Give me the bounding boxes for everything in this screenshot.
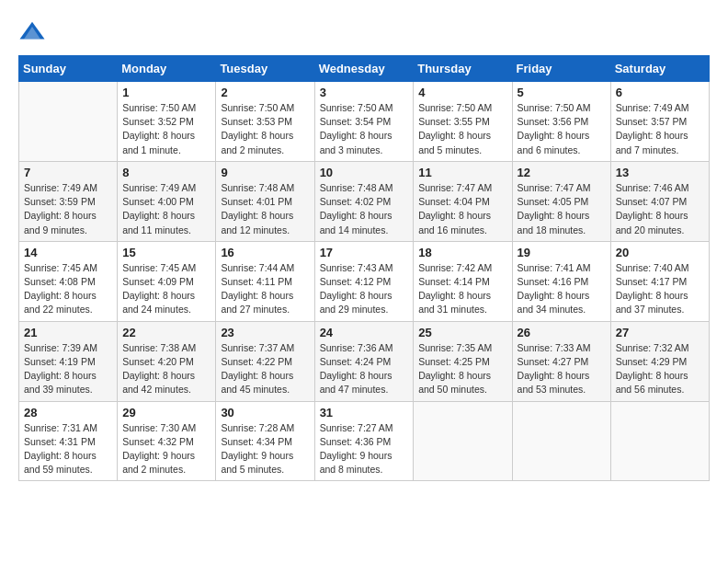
- day-number: 4: [418, 86, 506, 99]
- day-cell: [512, 401, 610, 481]
- day-number: 28: [24, 406, 112, 419]
- day-detail: Sunrise: 7:32 AM Sunset: 4:29 PM Dayligh…: [616, 341, 704, 397]
- day-detail: Sunrise: 7:36 AM Sunset: 4:24 PM Dayligh…: [320, 341, 409, 397]
- day-number: 3: [320, 86, 409, 99]
- day-detail: Sunrise: 7:41 AM Sunset: 4:16 PM Dayligh…: [518, 261, 606, 317]
- day-cell: 16Sunrise: 7:44 AM Sunset: 4:11 PM Dayli…: [216, 241, 314, 321]
- calendar-table: SundayMondayTuesdayWednesdayThursdayFrid…: [18, 55, 710, 481]
- day-cell: 24Sunrise: 7:36 AM Sunset: 4:24 PM Dayli…: [314, 321, 414, 401]
- day-cell: 12Sunrise: 7:47 AM Sunset: 4:05 PM Dayli…: [512, 161, 610, 241]
- day-detail: Sunrise: 7:30 AM Sunset: 4:32 PM Dayligh…: [122, 421, 210, 477]
- day-cell: 11Sunrise: 7:47 AM Sunset: 4:04 PM Dayli…: [414, 161, 512, 241]
- week-row-2: 14Sunrise: 7:45 AM Sunset: 4:08 PM Dayli…: [19, 241, 710, 321]
- week-row-3: 21Sunrise: 7:39 AM Sunset: 4:19 PM Dayli…: [19, 321, 710, 401]
- day-cell: 2Sunrise: 7:50 AM Sunset: 3:53 PM Daylig…: [216, 82, 314, 162]
- day-number: 26: [518, 326, 606, 339]
- day-detail: Sunrise: 7:37 AM Sunset: 4:22 PM Dayligh…: [221, 341, 309, 397]
- day-cell: 22Sunrise: 7:38 AM Sunset: 4:20 PM Dayli…: [118, 321, 216, 401]
- day-detail: Sunrise: 7:31 AM Sunset: 4:31 PM Dayligh…: [24, 421, 112, 477]
- day-number: 5: [518, 86, 606, 99]
- day-cell: 8Sunrise: 7:49 AM Sunset: 4:00 PM Daylig…: [118, 161, 216, 241]
- day-detail: Sunrise: 7:50 AM Sunset: 3:55 PM Dayligh…: [418, 101, 506, 157]
- day-cell: 17Sunrise: 7:43 AM Sunset: 4:12 PM Dayli…: [314, 241, 414, 321]
- day-detail: Sunrise: 7:50 AM Sunset: 3:53 PM Dayligh…: [221, 101, 309, 157]
- day-number: 13: [616, 166, 704, 179]
- day-detail: Sunrise: 7:42 AM Sunset: 4:14 PM Dayligh…: [418, 261, 506, 317]
- day-cell: 10Sunrise: 7:48 AM Sunset: 4:02 PM Dayli…: [314, 161, 414, 241]
- day-cell: 27Sunrise: 7:32 AM Sunset: 4:29 PM Dayli…: [610, 321, 709, 401]
- col-header-tuesday: Tuesday: [216, 56, 314, 82]
- day-number: 6: [616, 86, 704, 99]
- day-cell: 23Sunrise: 7:37 AM Sunset: 4:22 PM Dayli…: [216, 321, 314, 401]
- day-cell: 9Sunrise: 7:48 AM Sunset: 4:01 PM Daylig…: [216, 161, 314, 241]
- day-cell: 20Sunrise: 7:40 AM Sunset: 4:17 PM Dayli…: [610, 241, 709, 321]
- day-number: 11: [418, 166, 506, 179]
- col-header-thursday: Thursday: [414, 56, 512, 82]
- day-detail: Sunrise: 7:43 AM Sunset: 4:12 PM Dayligh…: [320, 261, 409, 317]
- week-row-4: 28Sunrise: 7:31 AM Sunset: 4:31 PM Dayli…: [19, 401, 710, 481]
- day-cell: [19, 82, 118, 162]
- day-number: 20: [616, 246, 704, 259]
- day-cell: 7Sunrise: 7:49 AM Sunset: 3:59 PM Daylig…: [19, 161, 118, 241]
- logo-icon: [18, 18, 46, 46]
- day-cell: 30Sunrise: 7:28 AM Sunset: 4:34 PM Dayli…: [216, 401, 314, 481]
- day-detail: Sunrise: 7:33 AM Sunset: 4:27 PM Dayligh…: [518, 341, 606, 397]
- day-detail: Sunrise: 7:40 AM Sunset: 4:17 PM Dayligh…: [616, 261, 704, 317]
- day-detail: Sunrise: 7:38 AM Sunset: 4:20 PM Dayligh…: [122, 341, 210, 397]
- page-header: [18, 18, 710, 46]
- day-detail: Sunrise: 7:50 AM Sunset: 3:56 PM Dayligh…: [518, 101, 606, 157]
- day-number: 10: [320, 166, 409, 179]
- week-row-1: 7Sunrise: 7:49 AM Sunset: 3:59 PM Daylig…: [19, 161, 710, 241]
- day-detail: Sunrise: 7:39 AM Sunset: 4:19 PM Dayligh…: [24, 341, 112, 397]
- day-number: 25: [418, 326, 506, 339]
- day-detail: Sunrise: 7:48 AM Sunset: 4:01 PM Dayligh…: [221, 181, 309, 237]
- day-number: 17: [320, 246, 409, 259]
- day-cell: 21Sunrise: 7:39 AM Sunset: 4:19 PM Dayli…: [19, 321, 118, 401]
- day-cell: [414, 401, 512, 481]
- day-number: 7: [24, 166, 112, 179]
- day-number: 31: [320, 406, 409, 419]
- day-cell: 19Sunrise: 7:41 AM Sunset: 4:16 PM Dayli…: [512, 241, 610, 321]
- day-cell: 3Sunrise: 7:50 AM Sunset: 3:54 PM Daylig…: [314, 82, 414, 162]
- day-number: 21: [24, 326, 112, 339]
- day-cell: 1Sunrise: 7:50 AM Sunset: 3:52 PM Daylig…: [118, 82, 216, 162]
- col-header-monday: Monday: [118, 56, 216, 82]
- day-detail: Sunrise: 7:28 AM Sunset: 4:34 PM Dayligh…: [221, 421, 309, 477]
- day-number: 14: [24, 246, 112, 259]
- day-cell: 29Sunrise: 7:30 AM Sunset: 4:32 PM Dayli…: [118, 401, 216, 481]
- day-detail: Sunrise: 7:47 AM Sunset: 4:04 PM Dayligh…: [418, 181, 506, 237]
- day-detail: Sunrise: 7:27 AM Sunset: 4:36 PM Dayligh…: [320, 421, 409, 477]
- day-number: 27: [616, 326, 704, 339]
- day-detail: Sunrise: 7:48 AM Sunset: 4:02 PM Dayligh…: [320, 181, 409, 237]
- week-row-0: 1Sunrise: 7:50 AM Sunset: 3:52 PM Daylig…: [19, 82, 710, 162]
- day-cell: 25Sunrise: 7:35 AM Sunset: 4:25 PM Dayli…: [414, 321, 512, 401]
- day-number: 19: [518, 246, 606, 259]
- day-cell: [610, 401, 709, 481]
- col-header-sunday: Sunday: [19, 56, 118, 82]
- day-cell: 5Sunrise: 7:50 AM Sunset: 3:56 PM Daylig…: [512, 82, 610, 162]
- day-number: 29: [122, 406, 210, 419]
- day-cell: 18Sunrise: 7:42 AM Sunset: 4:14 PM Dayli…: [414, 241, 512, 321]
- day-detail: Sunrise: 7:49 AM Sunset: 3:57 PM Dayligh…: [616, 101, 704, 157]
- day-detail: Sunrise: 7:44 AM Sunset: 4:11 PM Dayligh…: [221, 261, 309, 317]
- day-detail: Sunrise: 7:49 AM Sunset: 4:00 PM Dayligh…: [122, 181, 210, 237]
- day-number: 15: [122, 246, 210, 259]
- day-detail: Sunrise: 7:47 AM Sunset: 4:05 PM Dayligh…: [518, 181, 606, 237]
- col-header-saturday: Saturday: [610, 56, 709, 82]
- day-detail: Sunrise: 7:45 AM Sunset: 4:09 PM Dayligh…: [122, 261, 210, 317]
- col-header-friday: Friday: [512, 56, 610, 82]
- day-detail: Sunrise: 7:49 AM Sunset: 3:59 PM Dayligh…: [24, 181, 112, 237]
- day-cell: 6Sunrise: 7:49 AM Sunset: 3:57 PM Daylig…: [610, 82, 709, 162]
- day-number: 23: [221, 326, 309, 339]
- day-cell: 26Sunrise: 7:33 AM Sunset: 4:27 PM Dayli…: [512, 321, 610, 401]
- day-detail: Sunrise: 7:45 AM Sunset: 4:08 PM Dayligh…: [24, 261, 112, 317]
- day-number: 8: [122, 166, 210, 179]
- day-number: 16: [221, 246, 309, 259]
- day-cell: 31Sunrise: 7:27 AM Sunset: 4:36 PM Dayli…: [314, 401, 414, 481]
- day-number: 12: [518, 166, 606, 179]
- day-cell: 14Sunrise: 7:45 AM Sunset: 4:08 PM Dayli…: [19, 241, 118, 321]
- day-number: 9: [221, 166, 309, 179]
- logo: [18, 18, 50, 46]
- day-cell: 15Sunrise: 7:45 AM Sunset: 4:09 PM Dayli…: [118, 241, 216, 321]
- day-number: 22: [122, 326, 210, 339]
